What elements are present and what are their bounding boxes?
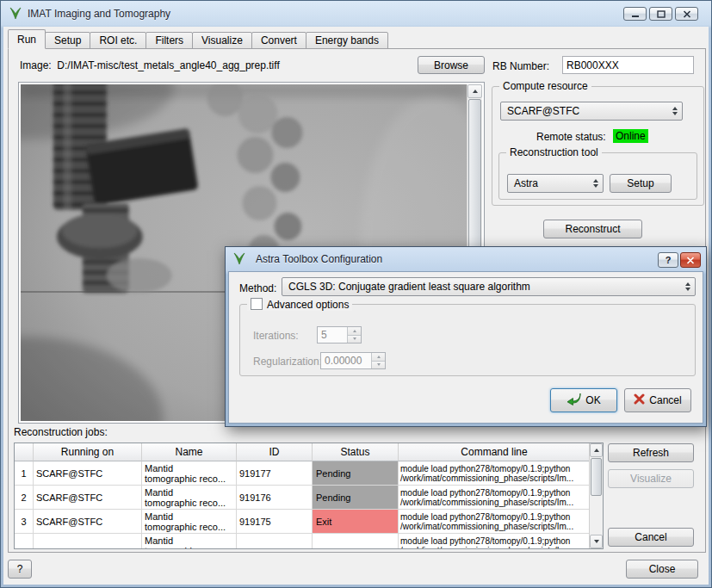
col-command-line[interactable]: Command line xyxy=(399,443,590,461)
app-window: IMAT Imaging and Tomography Run Setup RO… xyxy=(0,0,712,588)
visualize-button[interactable]: Visualize xyxy=(608,469,694,488)
rb-number-input[interactable] xyxy=(562,56,694,74)
astra-config-dialog: Astra Toolbox Configuration ? Method: CG… xyxy=(225,246,707,427)
jobs-table: Running on Name ID Status Command line 1… xyxy=(14,443,604,549)
status-badge: Exit xyxy=(313,510,399,534)
combo-updown-icon xyxy=(685,282,690,291)
dialog-title: Astra Toolbox Configuration xyxy=(256,253,382,265)
dialog-caption-buttons: ? xyxy=(658,252,701,268)
spin-updown-icon[interactable] xyxy=(347,327,361,343)
spin-updown-icon[interactable] xyxy=(371,353,385,368)
dialog-cancel-button[interactable]: Cancel xyxy=(624,388,691,412)
col-name[interactable]: Name xyxy=(142,443,237,461)
maximize-icon[interactable] xyxy=(649,7,672,21)
image-path: D:/IMAT-misc/test_metals_angle40_agg_pre… xyxy=(57,59,279,71)
combo-updown-icon xyxy=(593,179,598,188)
job-row[interactable]: 2 SCARF@STFC Mantid tomographic reco... … xyxy=(15,486,590,510)
method-label: Method: xyxy=(239,282,276,294)
combo-updown-icon xyxy=(672,107,678,115)
reconstruct-button[interactable]: Reconstruct xyxy=(543,220,642,238)
jobs-scrollbar-thumb[interactable] xyxy=(591,458,602,496)
tab-bar: Run Setup ROI etc. Filters Visualize Con… xyxy=(8,32,387,49)
close-window-button[interactable]: Close xyxy=(626,560,698,579)
tab-energy-bands[interactable]: Energy bands xyxy=(306,32,388,49)
browse-button[interactable]: Browse xyxy=(418,56,485,74)
window-title: IMAT Imaging and Tomography xyxy=(28,8,170,20)
window-caption-buttons xyxy=(623,7,698,21)
tool-setup-button[interactable]: Setup xyxy=(610,174,672,193)
regularization-spinner[interactable]: 0.00000 xyxy=(320,352,386,369)
image-path-row: Image: D:/IMAT-misc/test_metals_angle40_… xyxy=(20,59,280,71)
advanced-options-header: Advanced options xyxy=(247,298,352,311)
method-select[interactable]: CGLS 3D: Conjugate gradient least square… xyxy=(282,277,696,296)
advanced-options-checkbox[interactable] xyxy=(251,298,263,310)
help-button[interactable]: ? xyxy=(8,560,32,579)
tab-convert[interactable]: Convert xyxy=(251,32,306,49)
job-row[interactable]: Mantid tomographic reco... module load p… xyxy=(15,534,590,549)
scroll-up-icon[interactable] xyxy=(467,84,482,98)
mantid-dialog-icon xyxy=(232,252,246,266)
tab-setup[interactable]: Setup xyxy=(45,32,90,49)
reconstruction-tool-title: Reconstruction tool xyxy=(506,146,602,158)
remote-status-label: Remote status: xyxy=(536,131,606,143)
window-titlebar: IMAT Imaging and Tomography xyxy=(1,1,711,27)
close-icon[interactable] xyxy=(675,7,698,21)
status-badge xyxy=(313,534,399,549)
iterations-spinner[interactable]: 5 xyxy=(317,326,362,344)
cancel-cross-icon xyxy=(634,393,645,407)
dialog-titlebar: Astra Toolbox Configuration ? xyxy=(226,247,706,271)
tab-run[interactable]: Run xyxy=(8,29,46,49)
dialog-help-icon[interactable]: ? xyxy=(658,252,678,268)
corner-header-cell[interactable] xyxy=(15,443,34,461)
iterations-label: Iterations: xyxy=(253,330,299,342)
minimize-icon[interactable] xyxy=(623,7,647,21)
ok-button[interactable]: OK xyxy=(550,388,617,412)
job-row[interactable]: 3 SCARF@STFC Mantid tomographic reco... … xyxy=(15,510,590,534)
dialog-close-icon[interactable] xyxy=(680,252,701,268)
status-badge: Pending xyxy=(313,486,399,510)
rb-number-label: RB Number: xyxy=(492,60,549,72)
job-row[interactable]: 1 SCARF@STFC Mantid tomographic reco... … xyxy=(15,461,590,486)
jobs-table-header: Running on Name ID Status Command line xyxy=(15,443,590,461)
jobs-section-label: Reconstruction jobs: xyxy=(14,426,108,438)
compute-resource-select[interactable]: SCARF@STFC xyxy=(500,102,683,121)
image-label: Image: xyxy=(20,59,52,71)
compute-resource-title: Compute resource xyxy=(499,80,591,92)
col-id[interactable]: ID xyxy=(237,443,313,461)
tab-filters[interactable]: Filters xyxy=(145,32,193,49)
status-badge: Pending xyxy=(313,461,399,486)
tab-visualize[interactable]: Visualize xyxy=(192,32,252,49)
col-status[interactable]: Status xyxy=(313,443,399,461)
cancel-job-button[interactable]: Cancel xyxy=(608,528,694,547)
tab-roi-etc[interactable]: ROI etc. xyxy=(90,32,146,49)
col-running-on[interactable]: Running on xyxy=(34,443,142,461)
regularization-label: Regularization: xyxy=(253,356,322,368)
mantid-app-icon xyxy=(9,7,22,21)
scroll-down-icon[interactable] xyxy=(590,535,603,548)
reconstruction-tool-select[interactable]: Astra xyxy=(507,174,604,193)
jobs-table-scrollbar[interactable] xyxy=(589,443,603,548)
ok-arrow-icon xyxy=(567,393,581,408)
remote-status-badge: Online xyxy=(613,129,648,143)
scroll-up-icon[interactable] xyxy=(590,443,603,457)
refresh-button[interactable]: Refresh xyxy=(608,443,694,462)
